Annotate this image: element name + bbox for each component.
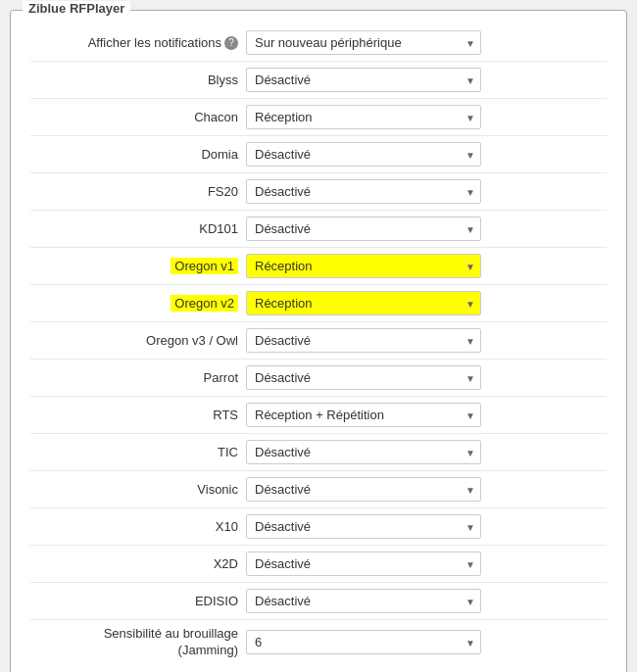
select-visonic[interactable]: DésactivéRéceptionRéception + Répétition [246,477,481,502]
form-row-sensibilite-jamming: Sensibilité au brouillage(Jamming)123456… [30,622,607,663]
label-parrot: Parrot [30,370,246,385]
label-x2d: X2D [30,556,246,571]
select-oregon-v1[interactable]: DésactivéRéceptionRéception + Répétition [246,254,481,278]
select-tic[interactable]: DésactivéRéceptionRéception + Répétition [246,440,481,464]
row-divider [30,470,607,471]
panel-title: Ziblue RFPlayer [23,1,130,16]
label-kd101: KD101 [30,221,246,236]
select-chacon[interactable]: DésactivéRéceptionRéception + Répétition [246,105,481,129]
select-wrapper-x10: DésactivéRéceptionRéception + Répétition [246,514,481,539]
select-blyss[interactable]: DésactivéRéceptionRéception + Répétition [246,68,481,92]
form-row-oregon-v3-owl: Oregon v3 / OwlDésactivéRéceptionRécepti… [30,324,607,357]
rfplayer-panel: Ziblue RFPlayer Afficher les notificatio… [10,10,627,672]
form-row-oregon-v1: Oregon v1DésactivéRéceptionRéception + R… [30,250,607,282]
row-divider [30,545,607,546]
select-wrapper-edisio: DésactivéRéceptionRéception + Répétition [246,589,481,613]
select-wrapper-chacon: DésactivéRéceptionRéception + Répétition [246,105,481,129]
select-parrot[interactable]: DésactivéRéceptionRéception + Répétition [246,365,481,390]
label-blyss: Blyss [30,72,246,87]
select-oregon-v3-owl[interactable]: DésactivéRéceptionRéception + Répétition [246,328,481,353]
control-oregon-v1: DésactivéRéceptionRéception + Répétition [246,254,607,278]
select-wrapper-domia: DésactivéRéceptionRéception + Répétition [246,142,481,167]
label-domia: Domia [30,147,246,162]
label-sensibilite-jamming: Sensibilité au brouillage(Jamming) [30,626,246,659]
select-edisio[interactable]: DésactivéRéceptionRéception + Répétition [246,589,481,613]
form-row-x10: X10DésactivéRéceptionRéception + Répétit… [30,510,607,543]
row-divider [30,284,607,285]
form-row-x2d: X2DDésactivéRéceptionRéception + Répétit… [30,548,607,580]
select-fs20[interactable]: DésactivéRéceptionRéception + Répétition [246,179,481,204]
select-wrapper-blyss: DésactivéRéceptionRéception + Répétition [246,68,481,92]
control-visonic: DésactivéRéceptionRéception + Répétition [246,477,607,502]
row-divider [30,247,607,248]
form-row-edisio: EDISIODésactivéRéceptionRéception + Répé… [30,585,607,617]
control-chacon: DésactivéRéceptionRéception + Répétition [246,105,607,129]
label-tic: TIC [30,445,246,459]
form-row-tic: TICDésactivéRéceptionRéception + Répétit… [30,436,607,468]
select-wrapper-oregon-v1: DésactivéRéceptionRéception + Répétition [246,254,481,278]
row-divider [30,582,607,583]
control-domia: DésactivéRéceptionRéception + Répétition [246,142,607,167]
select-wrapper-tic: DésactivéRéceptionRéception + Répétition [246,440,481,464]
select-sensibilite-jamming[interactable]: 12345678910 [246,630,481,654]
row-divider [30,321,607,322]
select-wrapper-kd101: DésactivéRéceptionRéception + Répétition [246,216,481,241]
label-afficher-notifications: Afficher les notifications? [30,35,246,51]
row-divider [30,61,607,62]
control-rts: DésactivéRéceptionRéception + Répétition [246,403,607,427]
row-divider [30,396,607,397]
row-divider [30,172,607,173]
select-wrapper-afficher-notifications: DésactivéSur nouveau périphériqueRécepti… [246,30,481,55]
select-afficher-notifications[interactable]: DésactivéSur nouveau périphériqueRécepti… [246,30,481,55]
control-x10: DésactivéRéceptionRéception + Répétition [246,514,607,539]
select-wrapper-sensibilite-jamming: 12345678910 [246,630,481,654]
control-oregon-v3-owl: DésactivéRéceptionRéception + Répétition [246,328,607,353]
label-visonic: Visonic [30,482,246,497]
label-oregon-v3-owl: Oregon v3 / Owl [30,333,246,348]
row-divider [30,98,607,99]
label-oregon-v1: Oregon v1 [30,259,246,273]
form-row-kd101: KD101DésactivéRéceptionRéception + Répét… [30,213,607,245]
select-wrapper-oregon-v2: DésactivéRéceptionRéception + Répétition [246,291,481,315]
label-chacon: Chacon [30,110,246,124]
form-row-blyss: BlyssDésactivéRéceptionRéception + Répét… [30,64,607,96]
row-divider [30,433,607,434]
row-divider [30,507,607,508]
label-x10: X10 [30,519,246,534]
select-wrapper-x2d: DésactivéRéceptionRéception + Répétition [246,552,481,576]
control-blyss: DésactivéRéceptionRéception + Répétition [246,68,607,92]
select-domia[interactable]: DésactivéRéceptionRéception + Répétition [246,142,481,167]
select-rts[interactable]: DésactivéRéceptionRéception + Répétition [246,403,481,427]
control-kd101: DésactivéRéceptionRéception + Répétition [246,216,607,241]
row-divider [30,359,607,360]
form-row-rts: RTSDésactivéRéceptionRéception + Répétit… [30,399,607,431]
control-afficher-notifications: DésactivéSur nouveau périphériqueRécepti… [246,30,607,55]
select-oregon-v2[interactable]: DésactivéRéceptionRéception + Répétition [246,291,481,315]
select-wrapper-rts: DésactivéRéceptionRéception + Répétition [246,403,481,427]
label-edisio: EDISIO [30,594,246,608]
select-wrapper-visonic: DésactivéRéceptionRéception + Répétition [246,477,481,502]
form-row-visonic: VisonicDésactivéRéceptionRéception + Rép… [30,473,607,505]
row-divider [30,619,607,620]
form-row-parrot: ParrotDésactivéRéceptionRéception + Répé… [30,361,607,394]
form-row-afficher-notifications: Afficher les notifications?DésactivéSur … [30,26,607,59]
control-tic: DésactivéRéceptionRéception + Répétition [246,440,607,464]
form-row-chacon: ChaconDésactivéRéceptionRéception + Répé… [30,101,607,133]
select-x10[interactable]: DésactivéRéceptionRéception + Répétition [246,514,481,539]
control-parrot: DésactivéRéceptionRéception + Répétition [246,365,607,390]
label-highlight-oregon-v2: Oregon v2 [171,295,238,312]
row-divider [30,210,607,211]
label-fs20: FS20 [30,184,246,199]
select-x2d[interactable]: DésactivéRéceptionRéception + Répétition [246,552,481,576]
select-wrapper-parrot: DésactivéRéceptionRéception + Répétition [246,365,481,390]
control-oregon-v2: DésactivéRéceptionRéception + Répétition [246,291,607,315]
help-icon[interactable]: ? [224,36,238,50]
control-edisio: DésactivéRéceptionRéception + Répétition [246,589,607,613]
form-row-domia: DomiaDésactivéRéceptionRéception + Répét… [30,138,607,170]
select-kd101[interactable]: DésactivéRéceptionRéception + Répétition [246,216,481,241]
control-fs20: DésactivéRéceptionRéception + Répétition [246,179,607,204]
row-divider [30,135,607,136]
control-sensibilite-jamming: 12345678910 [246,630,607,654]
control-x2d: DésactivéRéceptionRéception + Répétition [246,552,607,576]
form-row-fs20: FS20DésactivéRéceptionRéception + Répéti… [30,175,607,208]
